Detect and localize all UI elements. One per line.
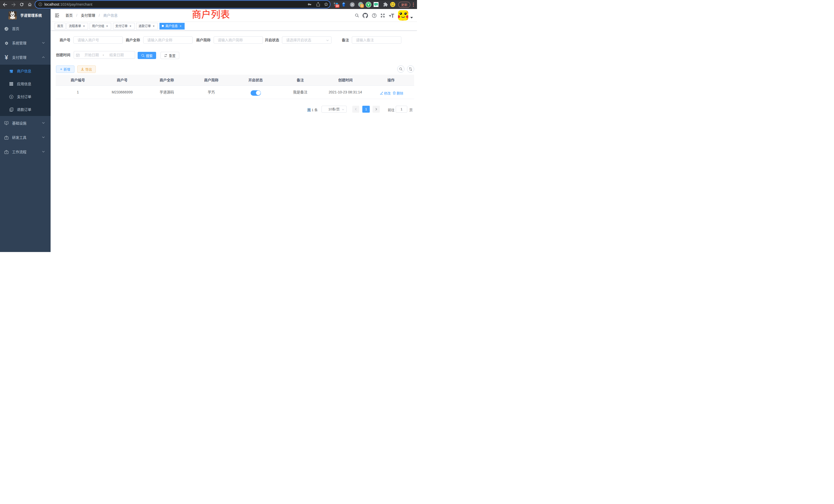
svg-text:⌘: ⌘ xyxy=(351,3,354,6)
svg-text:¥: ¥ xyxy=(11,95,12,98)
